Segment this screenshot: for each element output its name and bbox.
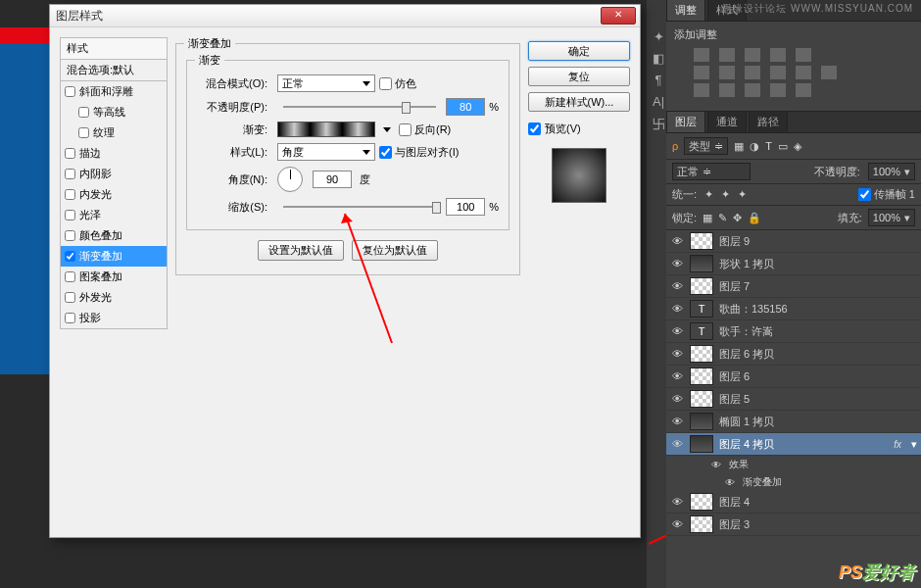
filter-icon[interactable]: T [765,140,772,152]
visibility-icon[interactable]: 👁 [670,348,684,360]
adj-icon[interactable] [770,66,786,79]
unify-icon[interactable]: ✦ [738,188,747,201]
blend-mode-select[interactable]: 正常 [277,74,375,92]
visibility-icon[interactable]: 👁 [670,496,684,508]
unify-icon[interactable]: ✦ [721,188,730,201]
layer-row[interactable]: 👁图层 3 [666,514,921,536]
layer-row[interactable]: 👁T歌曲：135156 [666,298,921,320]
filter-kind-select[interactable]: 类型 ≑ [684,137,728,155]
visibility-icon[interactable]: 👁 [670,370,684,382]
dither-checkbox[interactable]: 仿色 [379,76,416,91]
lock-icon[interactable]: 🔒 [748,212,761,224]
new-style-button[interactable]: 新建样式(W)... [528,92,630,112]
lock-icon[interactable]: ✥ [733,212,742,224]
tab-channels[interactable]: 通道 [707,111,747,132]
blend-options[interactable]: 混合选项:默认 [60,60,168,81]
opacity-slider[interactable] [283,106,436,108]
propagate-checkbox[interactable]: 传播帧 1 [858,187,915,202]
tab-adjustments[interactable]: 调整 [666,0,705,21]
adj-icon[interactable] [745,66,760,79]
opacity-input[interactable] [446,98,485,116]
adj-icon[interactable] [770,83,786,97]
visibility-icon[interactable]: 👁 [670,303,684,315]
visibility-icon[interactable]: 👁 [670,258,684,270]
lock-icon[interactable]: ▦ [703,212,712,224]
tool-icon[interactable]: A| [649,94,668,114]
adj-icon[interactable] [796,66,811,79]
dialog-titlebar[interactable]: 图层样式 ✕ [50,5,640,27]
visibility-icon[interactable]: 👁 [670,518,684,530]
tool-icon[interactable]: ✦ [649,29,668,49]
adj-icon[interactable] [719,66,735,79]
angle-dial[interactable] [277,167,303,192]
tab-layers[interactable]: 图层 [666,111,705,132]
style-item[interactable]: 颜色叠加 [61,225,167,246]
adj-icon[interactable] [745,48,760,62]
style-item[interactable]: 渐变叠加 [61,246,167,267]
layer-row[interactable]: 👁图层 4 拷贝fx▾ [666,433,921,456]
reverse-checkbox[interactable]: 反向(R) [399,122,451,137]
style-item[interactable]: 图案叠加 [61,267,167,287]
tab-paths[interactable]: 路径 [749,111,788,132]
filter-icon[interactable]: ▭ [778,140,788,153]
scale-input[interactable] [446,198,485,216]
visibility-icon[interactable]: 👁 [709,460,723,470]
tool-icon[interactable]: ¶ [649,73,668,92]
layer-effects-row[interactable]: 👁效果 [666,456,921,473]
style-item[interactable]: 光泽 [61,205,167,225]
adj-icon[interactable] [694,48,709,62]
visibility-icon[interactable]: 👁 [723,477,737,488]
adj-icon[interactable] [694,83,709,97]
adj-icon[interactable] [796,48,811,62]
layer-row[interactable]: 👁图层 7 [666,275,921,298]
visibility-icon[interactable]: 👁 [670,235,684,247]
tool-icon[interactable]: 卐 [649,116,668,135]
adj-icon[interactable] [719,48,735,62]
scale-slider[interactable] [283,206,436,208]
angle-input[interactable] [313,171,352,188]
reset-default-button[interactable]: 复位为默认值 [352,240,438,261]
gradient-picker[interactable] [277,122,375,137]
chevron-down-icon[interactable]: ▾ [911,438,917,451]
adj-icon[interactable] [770,48,786,62]
layer-row[interactable]: 👁图层 6 拷贝 [666,343,921,366]
layer-row[interactable]: 👁图层 6 [666,366,921,388]
preview-checkbox[interactable]: 预览(V) [528,122,630,136]
layer-row[interactable]: 👁椭圆 1 拷贝 [666,411,921,433]
blend-mode-select[interactable]: 正常 ≑ [672,163,751,180]
layer-opacity-input[interactable]: 100%▾ [868,163,915,180]
align-checkbox[interactable]: 与图层对齐(I) [379,145,459,160]
fill-input[interactable]: 100%▾ [868,209,915,226]
style-item[interactable]: 内发光 [61,184,167,205]
adj-icon[interactable] [821,66,837,79]
close-icon[interactable]: ✕ [601,7,636,24]
style-item[interactable]: 描边 [61,143,167,164]
style-item[interactable]: 等高线 [61,102,167,122]
adj-icon[interactable] [745,83,760,97]
set-default-button[interactable]: 设置为默认值 [258,240,344,261]
cancel-button[interactable]: 复位 [528,67,630,86]
style-item[interactable]: 外发光 [61,287,167,308]
styles-header[interactable]: 样式 [60,37,168,60]
visibility-icon[interactable]: 👁 [670,280,684,292]
chevron-down-icon[interactable] [383,127,391,132]
style-select[interactable]: 角度 [277,143,375,161]
ok-button[interactable]: 确定 [528,41,630,61]
style-item[interactable]: 纹理 [61,122,167,143]
adj-icon[interactable] [796,83,811,97]
visibility-icon[interactable]: 👁 [670,325,684,337]
layer-row[interactable]: 👁图层 9 [666,230,921,253]
style-item[interactable]: 内阴影 [61,164,167,184]
layer-effect-item[interactable]: 👁渐变叠加 [666,473,921,491]
adj-icon[interactable] [694,66,709,79]
layer-row[interactable]: 👁T歌手：许嵩 [666,320,921,343]
layer-row[interactable]: 👁形状 1 拷贝 [666,253,921,275]
tool-icon[interactable]: ◧ [649,51,668,71]
filter-icon[interactable]: ▦ [734,140,744,153]
visibility-icon[interactable]: 👁 [670,416,684,427]
lock-icon[interactable]: ✎ [718,212,727,224]
unify-icon[interactable]: ✦ [704,188,713,201]
visibility-icon[interactable]: 👁 [670,438,684,450]
style-item[interactable]: 投影 [61,308,167,328]
visibility-icon[interactable]: 👁 [670,393,684,405]
